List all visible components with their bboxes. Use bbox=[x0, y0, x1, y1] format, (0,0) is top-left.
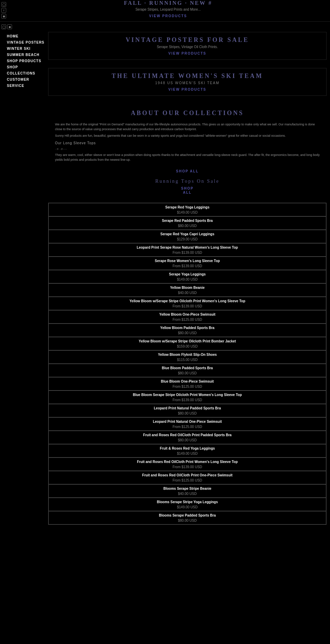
product-name: Leopard Print Serape Rose Natural Women'… bbox=[52, 245, 323, 250]
product-name: Blue Bloom Padded Sports Bra bbox=[52, 366, 323, 371]
product-name: Serape Red Yoga Leggings bbox=[52, 205, 323, 210]
product-item[interactable]: Yellow Bloom One-Piece Swimsuit From $12… bbox=[48, 310, 326, 324]
about-para3: They are warm, cool, either sleeve or wo… bbox=[55, 153, 320, 162]
product-name: Serape Rose Women's Long Sleeve Top bbox=[52, 259, 323, 263]
product-name: Blooms Serape Padded Sports Bra bbox=[52, 513, 323, 518]
running-category: Running Tops On Sale SHOP ALL bbox=[48, 175, 327, 200]
collections-title: ABOUT OUR COLLECTIONS bbox=[48, 110, 327, 117]
product-item[interactable]: Serape Yoga Leggings $149.00 USD bbox=[48, 270, 326, 283]
ski-team-subtitle: 1948 US WOMEN'S SKI TEAM bbox=[55, 81, 319, 85]
product-name: Fruit & Roses Red Yoga Leggings bbox=[52, 446, 323, 451]
product-name: Fruit and Roses Red OilCloth Print One-P… bbox=[52, 473, 323, 478]
product-name: Yellow Bloom Padded Sports Bra bbox=[52, 326, 323, 330]
product-item[interactable]: Fruit & Roses Red Yoga Leggings $149.00 … bbox=[48, 444, 326, 457]
about-para1: We are the home of the original "Print o… bbox=[55, 122, 320, 132]
product-item[interactable]: Yellow Bloom w/Serape Stripe Oilcloth Pr… bbox=[48, 297, 326, 310]
nav-shop-collections[interactable]: SHOP COLLECTIONS bbox=[7, 64, 45, 77]
product-price: $159.00 USD bbox=[52, 344, 323, 348]
product-item[interactable]: Serape Red Yoga Leggings $149.00 USD bbox=[48, 203, 326, 216]
product-price: $115.00 USD bbox=[52, 358, 323, 362]
product-name: Yellow Bloom Beanie bbox=[52, 285, 323, 290]
top-banner-view-products[interactable]: VIEW PRODUCTS bbox=[149, 14, 187, 18]
product-item[interactable]: Fruit and Roses Red OilCloth Print One-P… bbox=[48, 471, 326, 484]
product-price: From $125.00 USD bbox=[52, 478, 323, 482]
ski-team-view-products[interactable]: VIEW PRODUCTS bbox=[168, 88, 206, 91]
product-item[interactable]: Blooms Serape Stripe Yoga Leggings $149.… bbox=[48, 498, 326, 511]
nav-home[interactable]: HOME bbox=[7, 33, 45, 39]
vintage-posters-banner: VINTAGE POSTERS FOR SALE Serape Stripes,… bbox=[48, 32, 327, 60]
product-name: Leopard Print Natural One-Piece Swimsuit bbox=[52, 419, 323, 424]
product-price: $80.00 USD bbox=[52, 438, 323, 442]
product-name: Blue Bloom One-Piece Swimsuit bbox=[52, 379, 323, 384]
nav-customer-service[interactable]: CUSTOMER SERVICE bbox=[7, 77, 45, 89]
product-name: Leopard Print Natural Padded Sports Bra bbox=[52, 406, 323, 411]
product-item[interactable]: Fruit and Roses Red OilCloth Print Padde… bbox=[48, 431, 326, 444]
product-item[interactable]: Blooms Serape Stripe Beanie $40.00 USD bbox=[48, 484, 326, 498]
nav-winter-ski[interactable]: WINTER SKI bbox=[7, 46, 45, 52]
ski-team-title: THE ULTIMATE WOMEN'S SKI TEAM bbox=[55, 72, 319, 80]
vintage-posters-view-products[interactable]: VIEW PRODUCTS bbox=[168, 52, 206, 55]
product-price: $149.00 USD bbox=[52, 278, 323, 281]
product-item[interactable]: Leopard Print Natural One-Piece Swimsuit… bbox=[48, 417, 326, 431]
product-price: From $125.00 USD bbox=[52, 425, 323, 429]
product-price: $40.00 USD bbox=[52, 291, 323, 295]
social-icon-2-link[interactable]: ◉ bbox=[7, 24, 12, 29]
top-banner: FALL · RUNNING · NEW # Serape Stripes, L… bbox=[6, 0, 330, 18]
shop-all-section: SHOP ALL bbox=[48, 167, 327, 175]
product-name: Yellow Bloom w/Serape Stripe Oilcloth Pr… bbox=[52, 339, 323, 344]
product-price: From $139.00 USD bbox=[52, 398, 323, 402]
product-price: From $139.00 USD bbox=[52, 264, 323, 268]
product-item[interactable]: Blooms Serape Padded Sports Bra $80.00 U… bbox=[48, 511, 326, 524]
product-item[interactable]: Yellow Bloom w/Serape Stripe Oilcloth Pr… bbox=[48, 337, 326, 350]
product-item[interactable]: Serape Red Yoga Capri Leggings $129.00 U… bbox=[48, 230, 326, 243]
product-name: Serape Red Padded Sports Bra bbox=[52, 218, 323, 223]
product-item[interactable]: Yellow Bloom Padded Sports Bra $80.00 US… bbox=[48, 324, 326, 337]
product-name: Yellow Bloom w/Serape Stripe Oilcloth Pr… bbox=[52, 299, 323, 304]
product-price: $149.00 USD bbox=[52, 452, 323, 455]
product-price: $80.00 USD bbox=[52, 411, 323, 415]
product-list: Serape Red Yoga Leggings $149.00 USD Ser… bbox=[48, 203, 327, 525]
nav-shop-products[interactable]: SHOP PRODUCTS bbox=[7, 58, 45, 64]
ski-team-banner: THE ULTIMATE WOMEN'S SKI TEAM 1948 US WO… bbox=[48, 68, 327, 96]
product-name: Serape Yoga Leggings bbox=[52, 272, 323, 277]
main-nav: HOME VINTAGE POSTERS WINTER SKI SUMMER B… bbox=[1, 31, 45, 92]
shop-all-button[interactable]: SHOP ALL bbox=[176, 169, 199, 173]
product-item[interactable]: Blue Bloom One-Piece Swimsuit From $125.… bbox=[48, 377, 326, 391]
product-item[interactable]: Leopard Print Natural Padded Sports Bra … bbox=[48, 404, 326, 417]
social-icon-circle[interactable]: ◯ bbox=[1, 2, 6, 7]
product-price: From $139.00 USD bbox=[52, 465, 323, 469]
social-icon-facebook[interactable]: f bbox=[1, 8, 6, 13]
product-item[interactable]: Leopard Print Serape Rose Natural Women'… bbox=[48, 243, 326, 257]
running-shop-label: SHOP bbox=[181, 187, 194, 190]
product-item[interactable]: Yellow Bloom Beanie $40.00 USD bbox=[48, 283, 326, 297]
product-price: From $125.00 USD bbox=[52, 318, 323, 321]
running-title: Running Tops On Sale bbox=[52, 179, 323, 184]
product-name: Yellow Bloom One-Piece Swimsuit bbox=[52, 312, 323, 317]
product-name: Blooms Serape Stripe Beanie bbox=[52, 486, 323, 491]
product-price: $40.00 USD bbox=[52, 492, 323, 496]
product-name: Blooms Serape Stripe Yoga Leggings bbox=[52, 500, 323, 505]
product-name: Blue Bloom Serape Stripe Oilcloth Print … bbox=[52, 393, 323, 397]
social-icon-2-circle[interactable]: ◯ bbox=[1, 24, 6, 29]
nav-vintage-posters[interactable]: VINTAGE POSTERS bbox=[7, 39, 45, 46]
about-para2: Sunny Hill products are fun, beautiful, … bbox=[55, 134, 320, 138]
product-item[interactable]: Yellow Bloom Flyknit Slip-On Shoes $115.… bbox=[48, 350, 326, 364]
product-price: From $125.00 USD bbox=[52, 385, 323, 388]
top-banner-title: FALL · RUNNING · NEW # bbox=[6, 0, 330, 6]
product-name: Yellow Bloom Flyknit Slip-On Shoes bbox=[52, 352, 323, 357]
product-item[interactable]: Blue Bloom Padded Sports Bra $80.00 USD bbox=[48, 364, 326, 377]
product-name: Fruit and Roses Red OilCloth Print Women… bbox=[52, 460, 323, 464]
product-price: From $139.00 USD bbox=[52, 304, 323, 308]
product-name: Fruit and Roses Red OilCloth Print Padde… bbox=[52, 433, 323, 438]
social-sidebar: ◯ f ◉ bbox=[0, 0, 6, 19]
running-all-label: ALL bbox=[183, 191, 191, 194]
social-icon-pinterest[interactable]: ◉ bbox=[1, 14, 6, 19]
product-item[interactable]: Serape Red Padded Sports Bra $80.00 USD bbox=[48, 216, 326, 230]
product-item[interactable]: Fruit and Roses Red OilCloth Print Women… bbox=[48, 457, 326, 471]
product-price: From $139.00 USD bbox=[52, 251, 323, 255]
product-price: $80.00 USD bbox=[52, 224, 323, 228]
product-item[interactable]: Serape Rose Women's Long Sleeve Top From… bbox=[48, 257, 326, 270]
product-item[interactable]: Blue Bloom Serape Stripe Oilcloth Print … bbox=[48, 391, 326, 404]
nav-summer-beach[interactable]: SUMMER BEACH bbox=[7, 52, 45, 58]
left-sidebar: HOME VINTAGE POSTERS WINTER SKI SUMMER B… bbox=[0, 31, 45, 644]
